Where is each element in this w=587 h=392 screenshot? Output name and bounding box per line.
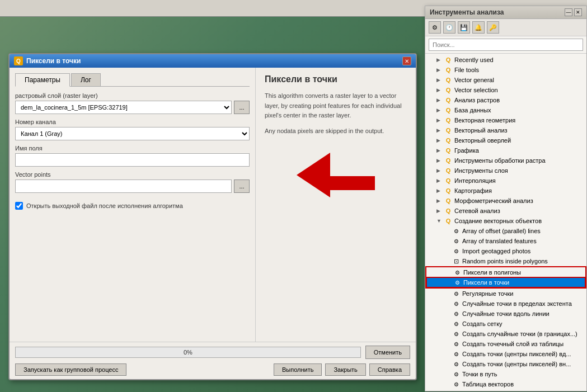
tree-item-29[interactable]: ⚙Создать точки (центры пикселей) вд... (425, 349, 586, 359)
tree-item-label-11: Инструменты слоя (454, 167, 508, 174)
vector-points-row: D:/1.5m/DEM/pts.shp ... (15, 180, 250, 193)
tree-item-10[interactable]: ▶QИнструменты обработки растра (425, 155, 586, 166)
tree-item-label-0: Recently used (454, 56, 494, 63)
dialog-content: Параметры Лог растровый слой (raster lay… (10, 68, 416, 342)
tree-item-label-1: File tools (454, 67, 479, 73)
progress-row: 0% Отменить (15, 346, 410, 359)
tools-close-button[interactable]: ✕ (574, 8, 582, 16)
tree-item-0[interactable]: ▶QRecently used (425, 55, 586, 65)
tree-item-6[interactable]: ▶QВекторная геометрия (425, 115, 586, 125)
tree-item-4[interactable]: ▶QАнализ растров (425, 95, 586, 105)
tree-item-15[interactable]: ▶QСетевой анализ (425, 206, 586, 216)
channel-select[interactable]: Канал 1 (Gray) (15, 127, 250, 140)
arrow-container (265, 153, 407, 197)
tree-item-label-31: Точки в путь (462, 371, 497, 377)
dialog-title: Пиксели в точки (26, 57, 81, 65)
tree-item-label-25: Случайные точки вдоль линии (462, 310, 550, 317)
tree-item-23[interactable]: ⚙Регулярные точки (425, 289, 586, 299)
tree-item-20[interactable]: ⊡Random points inside polygons (425, 256, 586, 266)
tree-item-1[interactable]: ▶QFile tools (425, 65, 586, 75)
channel-group: Номер канала Канал 1 (Gray) (15, 119, 250, 140)
tree-item-30[interactable]: ⚙Создать точки (центры пикселей) вн... (425, 359, 586, 369)
description-text-1: This algorithm converts a raster layer t… (265, 91, 407, 121)
close-button[interactable]: Закрыть (325, 363, 365, 376)
tools-minimize-button[interactable]: — (565, 8, 572, 16)
dialog-close-button[interactable]: ✕ (402, 56, 411, 65)
tools-search-bar (425, 36, 586, 54)
tree-item-label-32: Таблица векторов (462, 381, 514, 388)
tree-item-7[interactable]: ▶QВекторный анализ (425, 125, 586, 135)
tab-parameters[interactable]: Параметры (15, 73, 70, 87)
tree-item-label-17: Array of offset (parallel) lines (462, 228, 541, 234)
field-name-group: Имя поля VALUE (15, 145, 250, 167)
tree-item-24[interactable]: ⚙Случайные точки в пределах экстента (425, 299, 586, 309)
buttons-row: Запускать как групповой процесс Выполнит… (15, 363, 410, 376)
tree-item-25[interactable]: ⚙Случайные точки вдоль линии (425, 309, 586, 319)
tree-item-label-27: Создать случайные точки (в границах...) (462, 330, 577, 337)
tree-item-28[interactable]: ⚙Создать точечный слой из таблицы (425, 339, 586, 349)
vector-points-browse-button[interactable]: ... (234, 180, 250, 193)
tree-item-22[interactable]: ⚙Пиксели в точки (426, 277, 585, 287)
tree-item-label-29: Создать точки (центры пикселей) вд... (462, 351, 571, 357)
tools-titlebar: Инструменты анализа — ✕ (425, 6, 586, 19)
tree-item-21[interactable]: ⚙Пиксели в полигоны (426, 267, 585, 277)
tree-item-18[interactable]: ⚙Array of translated features (425, 236, 586, 246)
right-panel-title: Пиксели в точки (265, 74, 407, 84)
tree-item-9[interactable]: ▶QГрафика (425, 145, 586, 155)
tree-item-16[interactable]: ▼QСоздание векторных объектов (425, 216, 586, 226)
tree-item-label-21: Пиксели в полигоны (463, 269, 521, 276)
tree-item-11[interactable]: ▶QИнструменты слоя (425, 166, 586, 176)
raster-layer-group: растровый слой (raster layer) dem_la_coc… (15, 92, 250, 114)
tree-item-label-23: Регулярные точки (462, 290, 513, 297)
arrow-graphic (297, 153, 375, 197)
tree-item-3[interactable]: ▶QVector selection (425, 85, 586, 95)
tree-item-label-16: Создание векторных объектов (454, 218, 542, 224)
execute-button[interactable]: Выполнить (274, 363, 322, 376)
tree-item-label-28: Создать точечный слой из таблицы (462, 341, 563, 347)
arrow-shaft (330, 176, 375, 190)
tree-item-12[interactable]: ▶QИнтерполяция (425, 176, 586, 186)
right-panel: Пиксели в точки This algorithm converts … (256, 68, 416, 342)
tree-item-31[interactable]: ⚙Точки в путь (425, 369, 586, 379)
vector-points-input[interactable]: D:/1.5m/DEM/pts.shp (15, 180, 232, 193)
tools-panel: Инструменты анализа — ✕ ⚙ 🕐 💾 🔔 🔑 ▶QRece… (425, 6, 587, 391)
toolbar-save-button[interactable]: 💾 (458, 21, 470, 34)
help-button[interactable]: Справка (369, 363, 410, 376)
toolbar-gear-button[interactable]: ⚙ (429, 21, 441, 34)
field-name-input[interactable]: VALUE (15, 153, 250, 167)
tree-item-label-14: Морфометрический анализ (454, 197, 533, 204)
dialog-bottom: 0% Отменить Запускать как групповой проц… (10, 342, 416, 379)
raster-layer-select[interactable]: dem_la_cocinera_1_5m [EPSG:32719] (15, 101, 232, 114)
left-panel: Параметры Лог растровый слой (raster lay… (10, 68, 256, 342)
tree-item-label-26: Создать сетку (462, 320, 503, 327)
tree-item-label-12: Интерполяция (454, 177, 496, 184)
tree-item-17[interactable]: ⚙Array of offset (parallel) lines (425, 226, 586, 236)
tab-log[interactable]: Лог (71, 73, 101, 86)
toolbar-history-button[interactable]: 🕐 (443, 21, 455, 34)
tree-item-26[interactable]: ⚙Создать сетку (425, 319, 586, 329)
tree-item-label-8: Векторный оверлей (454, 137, 511, 144)
vector-points-label: Vector points (15, 171, 250, 178)
tools-search-input[interactable] (429, 39, 583, 51)
open-output-checkbox[interactable] (15, 202, 23, 210)
tree-item-label-20: Random points inside polygons (462, 258, 548, 265)
toolbar-bell-button[interactable]: 🔔 (472, 21, 485, 34)
tree-item-14[interactable]: ▶QМорфометрический анализ (425, 196, 586, 206)
red-border-group: ⚙Пиксели в полигоны ⚙Пиксели в точки (425, 266, 586, 289)
raster-layer-browse-button[interactable]: ... (234, 101, 250, 114)
run-group-button[interactable]: Запускать как групповой процесс (15, 363, 126, 376)
toolbar-key-button[interactable]: 🔑 (487, 21, 499, 34)
tree-item-label-19: Import geotagged photos (462, 248, 530, 254)
cancel-button[interactable]: Отменить (365, 346, 410, 359)
main-dialog: Q Пиксели в точки ✕ Параметры Лог растро… (8, 53, 417, 380)
tree-item-2[interactable]: ▶QVector general (425, 75, 586, 85)
tree-item-32[interactable]: ⚙Таблица векторов (425, 379, 586, 388)
tree-item-label-9: Графика (454, 147, 479, 154)
tree-item-8[interactable]: ▶QВекторный оверлей (425, 135, 586, 145)
raster-layer-label: растровый слой (raster layer) (15, 92, 250, 99)
tree-item-13[interactable]: ▶QКартография (425, 186, 586, 196)
tree-item-5[interactable]: ▶QБаза данных (425, 105, 586, 115)
tree-item-label-5: База данных (454, 107, 491, 114)
tree-item-27[interactable]: ⚙Создать случайные точки (в границах...) (425, 329, 586, 339)
tree-item-19[interactable]: ⚙Import geotagged photos (425, 246, 586, 256)
